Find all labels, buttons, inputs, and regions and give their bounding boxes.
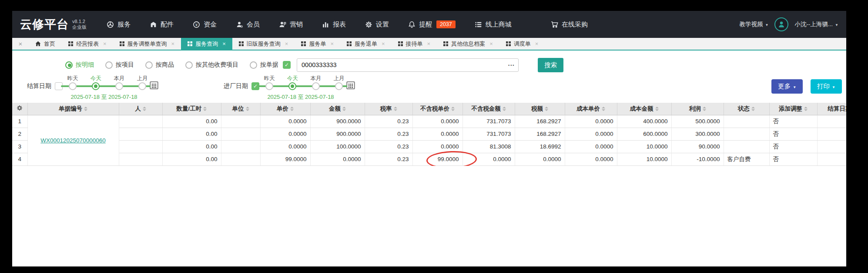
close-icon[interactable]: × (382, 40, 385, 47)
print-button[interactable]: 打印▼ (811, 79, 842, 94)
header-profit[interactable]: 利润 (671, 103, 724, 115)
nav-item-service[interactable]: 服务 (107, 20, 131, 29)
quick-label: 今天 (90, 75, 101, 82)
cell-cost-price: 0.0000 (565, 153, 617, 165)
sort-icon[interactable] (751, 107, 755, 111)
sort-icon[interactable] (143, 107, 146, 111)
sort-icon[interactable] (84, 107, 87, 111)
sort-icon[interactable] (703, 107, 706, 111)
cell-cost-price: 0.0000 (565, 115, 617, 128)
header-cost-amount[interactable]: 成本金额 (617, 103, 671, 115)
close-icon[interactable]: × (285, 40, 288, 47)
more-options-ellipsis[interactable]: ... (508, 60, 515, 67)
quick-stop-last-month[interactable]: 上月 (335, 82, 343, 90)
search-button[interactable]: 搜索 (538, 58, 563, 72)
close-icon[interactable]: × (222, 40, 226, 47)
tab-home[interactable]: 首页 (29, 38, 62, 50)
nav-item-reports[interactable]: 报表 (322, 20, 346, 29)
close-icon[interactable]: × (427, 40, 431, 47)
header-amount-ex-tax[interactable]: 不含税金额 (462, 103, 515, 115)
header-price-ex-tax[interactable]: 不含税单价 (412, 103, 462, 115)
cell-tax: 0.0000 (515, 153, 565, 165)
header-settle-date[interactable]: 结算日期 (817, 103, 846, 115)
header-tax[interactable]: 税额 (515, 103, 565, 115)
nav-item-parts[interactable]: 配件 (150, 20, 174, 29)
search-input[interactable] (297, 58, 519, 72)
header-unit[interactable]: 单位 (221, 103, 260, 115)
more-button[interactable]: 更多▼ (771, 79, 803, 94)
nav-item-member[interactable]: 会员 (236, 20, 260, 29)
nav-item-online-purchase[interactable]: 在线采购 (551, 20, 588, 29)
sort-icon[interactable] (451, 107, 455, 111)
quick-stop-yesterday[interactable]: 昨天 (265, 82, 273, 90)
header-status[interactable]: 状态 (724, 103, 769, 115)
quick-stop-this-month[interactable]: 本月 (312, 82, 320, 90)
calendar-icon[interactable] (346, 81, 355, 91)
header-add-adjust[interactable]: 添加调整 (769, 103, 817, 115)
radio-by-other-fee[interactable]: 按其他收费项目 (185, 61, 238, 69)
sort-icon[interactable] (545, 107, 548, 111)
nav-item-funds[interactable]: ¥ 资金 (193, 20, 217, 29)
nav-item-marketing[interactable]: 营销 (279, 20, 303, 29)
sort-icon[interactable] (655, 107, 659, 111)
tab-dispatch-order[interactable]: 调度单 × (499, 38, 545, 50)
doc-no-link[interactable]: WX00012025070000060 (40, 137, 105, 144)
close-icon[interactable]: × (103, 40, 107, 47)
tab-service-return[interactable]: 服务退单 × (340, 38, 392, 50)
sort-icon[interactable] (804, 107, 808, 111)
radio-by-document[interactable]: 按单据 (250, 61, 278, 69)
quick-stop-today[interactable]: 今天 (288, 82, 296, 90)
nav-label: 线上商城 (486, 20, 512, 29)
header-doc-no[interactable]: 单据编号 (27, 103, 119, 115)
cell-adjust: 否 (769, 128, 817, 140)
nav-label: 营销 (290, 20, 303, 29)
quick-stop-yesterday[interactable]: 昨天 (69, 82, 77, 90)
document-mode-checkbox[interactable]: ✓ (283, 61, 291, 69)
sort-icon[interactable] (290, 107, 294, 111)
reminder-count-badge[interactable]: 2037 (436, 20, 456, 28)
table-row: 1 WX00012025070000060 0.00 0.0000 900.00… (12, 115, 846, 128)
header-amount[interactable]: 金额 (310, 103, 365, 115)
close-icon[interactable]: × (330, 40, 334, 47)
tab-legacy-service-query[interactable]: 旧版服务查询 × (232, 38, 295, 50)
tab-service-query-active[interactable]: 服务查询 × (181, 38, 232, 50)
tab-other-info-archive[interactable]: 其他信息档案 × (437, 38, 499, 50)
tab-reception-order[interactable]: 接待单 × (392, 38, 437, 50)
header-tax-rate[interactable]: 税率 (365, 103, 412, 115)
cell-tax-rate: 0.23 (365, 153, 412, 165)
nav-item-online-mall[interactable]: 线上商城 (475, 20, 512, 29)
header-unit-price[interactable]: 单价 (260, 103, 310, 115)
sort-icon[interactable] (503, 107, 506, 111)
close-icon[interactable]: × (535, 40, 539, 47)
header-cost-price[interactable]: 成本单价 (565, 103, 617, 115)
close-icon[interactable]: × (171, 40, 175, 47)
quick-stop-last-month[interactable]: 上月 (138, 82, 146, 90)
sort-icon[interactable] (246, 107, 249, 111)
radio-by-detail[interactable]: 按明细 (65, 61, 94, 69)
sort-icon[interactable] (203, 107, 207, 111)
chevron-down-icon: ▼ (835, 23, 838, 27)
quick-stop-today[interactable]: 今天 (92, 82, 100, 90)
tab-service-order[interactable]: 服务单 × (295, 38, 340, 50)
training-video-menu[interactable]: 教学视频▼ (739, 20, 768, 28)
main-nav: 服务 配件 ¥ 资金 会员 营销 报表 (107, 20, 588, 29)
avatar[interactable] (774, 17, 788, 31)
header-qty-hours[interactable]: 数量/工时 (162, 103, 221, 115)
radio-by-project[interactable]: 按项目 (105, 61, 134, 69)
column-settings-gear[interactable] (12, 103, 27, 115)
sort-icon[interactable] (394, 107, 397, 111)
close-all-tabs-button[interactable]: × (12, 38, 29, 50)
tab-service-adjust-query[interactable]: 服务调整单查询 × (113, 38, 181, 50)
close-icon[interactable]: × (489, 40, 493, 47)
sort-icon[interactable] (602, 107, 605, 111)
header-person[interactable]: 人 (119, 103, 162, 115)
calendar-icon[interactable] (150, 81, 158, 91)
quick-stop-this-month[interactable]: 本月 (115, 82, 123, 90)
cell-status (724, 128, 769, 140)
sort-icon[interactable] (342, 107, 346, 111)
nav-item-settings[interactable]: 设置 (365, 20, 389, 29)
tab-business-report[interactable]: 经营报表 × (62, 38, 113, 50)
nav-item-reminders[interactable]: 提醒 2037 (408, 20, 456, 29)
radio-by-product[interactable]: 按商品 (145, 61, 174, 69)
user-menu[interactable]: 小沈--上海驷...▼ (794, 20, 838, 28)
